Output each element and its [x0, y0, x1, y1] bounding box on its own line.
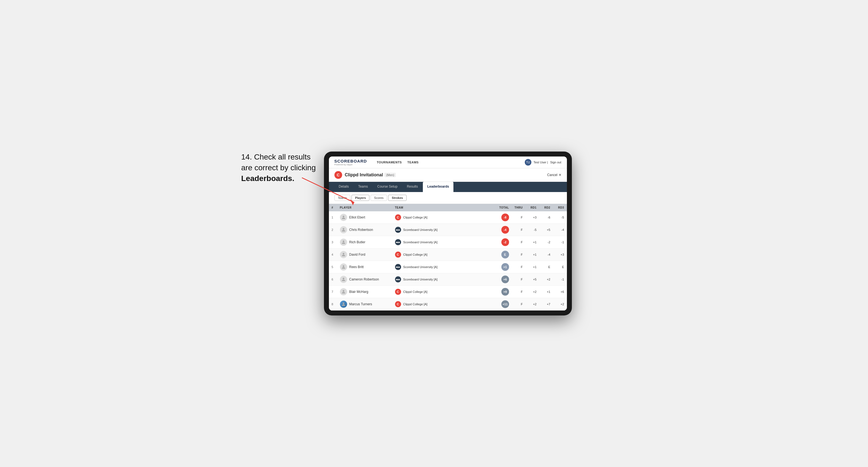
cell-thru: F — [512, 286, 526, 298]
team-name: Clippd College [A] — [403, 216, 428, 219]
table-row: 1Elliot EbertCClippd College [A]-8F+3-6-… — [329, 211, 567, 224]
nav-tournaments[interactable]: TOURNAMENTS — [377, 159, 402, 165]
instruction-line2: are correct by clicking — [241, 163, 316, 172]
cell-rd1: +2 — [526, 286, 539, 298]
cancel-button[interactable]: Cancel ✕ — [547, 173, 561, 177]
svg-point-6 — [343, 265, 344, 267]
team-logo: C — [395, 252, 401, 258]
player-avatar — [340, 251, 347, 258]
cell-rd1: +5 — [526, 273, 539, 286]
table-row: 7Blair McHargCClippd College [A]+9F+2+1+… — [329, 286, 567, 298]
cell-player: Blair McHarg — [337, 286, 392, 298]
cell-rd1: +1 — [526, 261, 539, 273]
svg-line-0 — [302, 178, 354, 203]
player-avatar — [340, 263, 347, 271]
player-avatar — [340, 288, 347, 295]
cell-rd1: +3 — [526, 211, 539, 224]
player-name: David Ford — [349, 253, 366, 256]
nav-teams[interactable]: TEAMS — [407, 159, 419, 165]
score-badge: -8 — [501, 214, 509, 221]
player-name: Rich Butler — [349, 240, 366, 244]
col-total: TOTAL — [493, 204, 512, 211]
player-avatar — [340, 226, 347, 234]
team-logo: ■■■ — [395, 239, 401, 245]
cell-rd1: +2 — [526, 298, 539, 311]
user-name: Test User | — [534, 161, 548, 164]
team-name: Clippd College [A] — [403, 253, 428, 256]
cell-team: CClippd College [A] — [392, 298, 493, 311]
table-header-row: # PLAYER TEAM TOTAL THRU RD1 RD2 RD3 — [329, 204, 567, 211]
table-row: 3Rich Butler■■■Scoreboard University [A]… — [329, 236, 567, 249]
cell-rd2: +5 — [539, 224, 553, 236]
cell-player: David Ford — [337, 249, 392, 261]
cell-total: -8 — [493, 211, 512, 224]
cell-rank: 7 — [329, 286, 337, 298]
table-row: 6Cameron Robertson■■■Scoreboard Universi… — [329, 273, 567, 286]
cell-total: +1 — [493, 261, 512, 273]
svg-point-7 — [343, 278, 344, 279]
tournament-badge: (Men) — [384, 173, 396, 177]
cell-total: -4 — [493, 224, 512, 236]
svg-point-2 — [343, 216, 344, 217]
team-name: Clippd College [A] — [403, 290, 428, 293]
cell-rd3: -4 — [553, 224, 567, 236]
tablet-screen: SCOREBOARD Powered by clippd TOURNAMENTS… — [329, 156, 567, 311]
leaderboard-table: # PLAYER TEAM TOTAL THRU RD1 RD2 RD3 1El… — [329, 204, 567, 311]
player-avatar — [340, 301, 347, 308]
cell-rd3: +2 — [553, 298, 567, 311]
svg-point-8 — [343, 290, 344, 292]
cell-rank: 5 — [329, 261, 337, 273]
cell-player: Rich Butler — [337, 236, 392, 249]
team-name: Scoreboard University [A] — [403, 241, 438, 244]
nav-links: TOURNAMENTS TEAMS — [377, 159, 519, 165]
score-badge: E — [501, 251, 509, 258]
col-rd1: RD1 — [526, 204, 539, 211]
cell-rd2: +2 — [539, 273, 553, 286]
cell-total: +6 — [493, 273, 512, 286]
filter-scores[interactable]: Scores — [371, 195, 387, 201]
cell-rd3: +3 — [553, 249, 567, 261]
player-avatar — [340, 214, 347, 221]
cell-thru: F — [512, 261, 526, 273]
team-name: Scoreboard University [A] — [403, 278, 438, 281]
filter-strokes[interactable]: Strokes — [388, 195, 406, 201]
cell-total: -2 — [493, 236, 512, 249]
cell-rd1: +1 — [526, 236, 539, 249]
sign-out-link[interactable]: Sign out — [550, 161, 561, 164]
tab-results[interactable]: Results — [402, 182, 422, 192]
tab-course-setup[interactable]: Course Setup — [373, 182, 402, 192]
score-badge: +1 — [501, 263, 509, 271]
logo-area: SCOREBOARD Powered by clippd — [334, 159, 367, 166]
close-icon: ✕ — [559, 173, 561, 177]
tablet-device: SCOREBOARD Powered by clippd TOURNAMENTS… — [324, 152, 572, 315]
score-badge: -4 — [501, 226, 509, 234]
table-row: 4David FordCClippd College [A]EF+1-4+3 — [329, 249, 567, 261]
team-name: Scoreboard University [A] — [403, 265, 438, 269]
cell-thru: F — [512, 249, 526, 261]
svg-point-3 — [343, 228, 344, 230]
team-logo: ■■■ — [395, 276, 401, 282]
col-rd3: RD3 — [553, 204, 567, 211]
cell-thru: F — [512, 211, 526, 224]
logo-sub: Powered by clippd — [334, 163, 367, 166]
cell-player: Elliot Ebert — [337, 211, 392, 224]
team-logo: ■■■ — [395, 227, 401, 233]
cell-rd3: -1 — [553, 236, 567, 249]
team-logo: C — [395, 214, 401, 220]
cell-rd2: +1 — [539, 286, 553, 298]
tab-leaderboards[interactable]: Leaderboards — [423, 182, 454, 192]
team-logo: ■■■ — [395, 264, 401, 270]
team-logo: C — [395, 301, 401, 307]
outer-wrapper: 14. Check all results are correct by cli… — [241, 152, 627, 315]
player-avatar — [340, 239, 347, 246]
arrow-annotation — [299, 175, 360, 208]
cell-team: CClippd College [A] — [392, 211, 493, 224]
col-rd2: RD2 — [539, 204, 553, 211]
cell-rd2: E — [539, 261, 553, 273]
col-thru: THRU — [512, 204, 526, 211]
svg-point-5 — [343, 253, 344, 255]
svg-point-4 — [343, 241, 344, 242]
team-logo: C — [395, 289, 401, 295]
cell-team: ■■■Scoreboard University [A] — [392, 236, 493, 249]
cell-rd2: +7 — [539, 298, 553, 311]
